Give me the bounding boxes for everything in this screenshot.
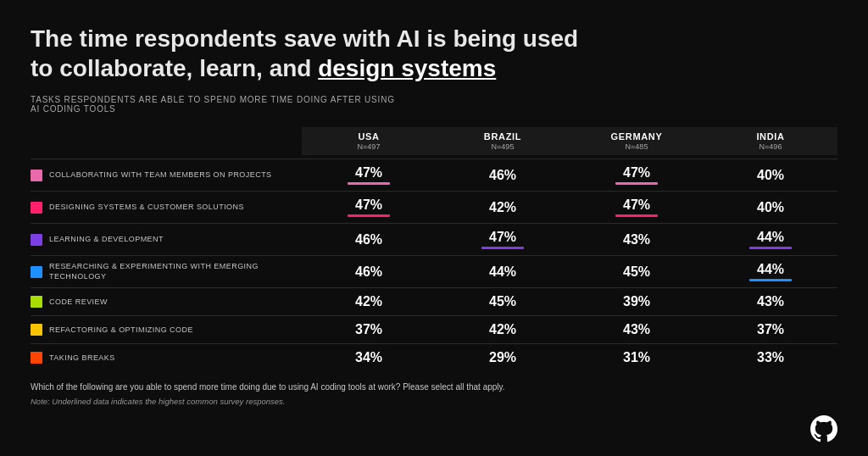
cell-5-1: 42% bbox=[436, 322, 570, 337]
cell-3-1: 44% bbox=[436, 264, 570, 280]
value-3-1: 44% bbox=[436, 264, 570, 280]
cell-4-0: 42% bbox=[302, 294, 436, 309]
cell-0-1: 46% bbox=[436, 168, 570, 183]
cell-5-2: 43% bbox=[570, 322, 704, 337]
value-1-0: 47% bbox=[302, 197, 436, 213]
cell-2-2: 43% bbox=[570, 232, 704, 247]
value-6-0: 34% bbox=[302, 350, 436, 365]
value-2-2: 43% bbox=[570, 232, 704, 247]
value-5-2: 43% bbox=[570, 322, 704, 337]
sample-usa: N=497 bbox=[309, 142, 429, 151]
value-1-3: 40% bbox=[704, 200, 837, 215]
swatch-4 bbox=[31, 296, 42, 308]
value-2-3: 44% bbox=[704, 230, 837, 245]
row-text-2: LEARNING & DEVELOPMENT bbox=[49, 235, 164, 245]
value-3-3: 44% bbox=[704, 262, 837, 277]
swatch-6 bbox=[31, 352, 42, 364]
value-2-0: 46% bbox=[302, 232, 436, 247]
table-row: LEARNING & DEVELOPMENT46%47%43%44% bbox=[31, 223, 837, 255]
cell-0-0: 47% bbox=[302, 165, 436, 185]
value-5-0: 37% bbox=[302, 322, 436, 337]
cell-2-1: 47% bbox=[436, 230, 570, 249]
sample-germany: N=485 bbox=[576, 142, 697, 151]
github-logo bbox=[810, 415, 837, 442]
underline-2-1 bbox=[481, 247, 524, 249]
main-container: The time respondents save with AI is bei… bbox=[0, 0, 868, 456]
table-row: RESEARCHING & EXPERIMENTING WITH EMERGIN… bbox=[31, 255, 837, 287]
cell-1-3: 40% bbox=[704, 200, 837, 215]
swatch-0 bbox=[31, 170, 42, 181]
country-usa: USA bbox=[309, 131, 429, 142]
data-table: USA N=497 BRAZIL N=495 GERMANY N=485 IND… bbox=[31, 127, 837, 371]
subtitle: TASKS RESPONDENTS ARE ABLE TO SPEND MORE… bbox=[31, 95, 837, 114]
row-label-5: REFACTORING & OPTIMIZING CODE bbox=[31, 324, 302, 336]
underline-1-2 bbox=[615, 214, 658, 217]
value-6-1: 29% bbox=[436, 350, 570, 365]
underline-1-0 bbox=[348, 214, 390, 217]
value-0-0: 47% bbox=[302, 165, 436, 181]
value-4-3: 43% bbox=[704, 294, 837, 309]
value-6-2: 31% bbox=[570, 350, 704, 365]
value-5-3: 37% bbox=[704, 322, 837, 337]
table-row: COLLABORATING WITH TEAM MEMBERS ON PROJE… bbox=[31, 158, 837, 191]
headline-part1: The time respondents save with AI is bei… bbox=[31, 25, 578, 81]
cell-3-2: 45% bbox=[570, 264, 704, 280]
table-row: DESIGNING SYSTEMS & CUSTOMER SOLUTIONS47… bbox=[31, 191, 837, 223]
row-label-3: RESEARCHING & EXPERIMENTING WITH EMERGIN… bbox=[31, 262, 302, 281]
footer-note: Note: Underlined data indicates the high… bbox=[31, 397, 837, 406]
cell-6-2: 31% bbox=[570, 350, 704, 365]
value-6-3: 33% bbox=[704, 350, 837, 365]
value-3-2: 45% bbox=[570, 264, 704, 280]
value-0-3: 40% bbox=[704, 168, 837, 183]
cell-6-0: 34% bbox=[302, 350, 436, 365]
value-0-2: 47% bbox=[570, 165, 704, 181]
cell-3-0: 46% bbox=[302, 264, 436, 280]
swatch-1 bbox=[31, 202, 42, 214]
cell-2-0: 46% bbox=[302, 232, 436, 247]
headline-highlight: design systems bbox=[318, 55, 496, 81]
cell-4-3: 43% bbox=[704, 294, 837, 309]
cell-0-3: 40% bbox=[704, 168, 837, 183]
value-3-0: 46% bbox=[302, 264, 436, 280]
country-brazil: BRAZIL bbox=[442, 131, 563, 142]
swatch-2 bbox=[31, 234, 42, 246]
row-text-0: COLLABORATING WITH TEAM MEMBERS ON PROJE… bbox=[49, 170, 272, 181]
cell-5-0: 37% bbox=[302, 322, 436, 337]
table-header: USA N=497 BRAZIL N=495 GERMANY N=485 IND… bbox=[31, 127, 837, 155]
underline-0-0 bbox=[348, 182, 390, 185]
col-header-germany: GERMANY N=485 bbox=[570, 127, 704, 155]
table-body: COLLABORATING WITH TEAM MEMBERS ON PROJE… bbox=[31, 158, 837, 371]
underline-3-3 bbox=[749, 279, 792, 281]
country-germany: GERMANY bbox=[576, 131, 697, 142]
col-header-india: INDIA N=496 bbox=[704, 127, 837, 155]
value-4-0: 42% bbox=[302, 294, 436, 309]
value-1-2: 47% bbox=[570, 197, 704, 213]
value-4-2: 39% bbox=[570, 294, 704, 309]
cell-4-2: 39% bbox=[570, 294, 704, 309]
row-text-5: REFACTORING & OPTIMIZING CODE bbox=[49, 325, 193, 336]
row-label-0: COLLABORATING WITH TEAM MEMBERS ON PROJE… bbox=[31, 170, 302, 181]
cell-5-3: 37% bbox=[704, 322, 837, 337]
cell-6-3: 33% bbox=[704, 350, 837, 365]
cell-1-2: 47% bbox=[570, 197, 704, 217]
value-0-1: 46% bbox=[436, 168, 570, 183]
row-text-1: DESIGNING SYSTEMS & CUSTOMER SOLUTIONS bbox=[49, 203, 244, 213]
value-4-1: 45% bbox=[436, 294, 570, 309]
cell-1-1: 42% bbox=[436, 200, 570, 215]
row-label-4: CODE REVIEW bbox=[31, 296, 302, 308]
value-2-1: 47% bbox=[436, 230, 570, 245]
underline-2-3 bbox=[749, 247, 792, 249]
cell-1-0: 47% bbox=[302, 197, 436, 217]
row-text-4: CODE REVIEW bbox=[49, 298, 108, 308]
cell-2-3: 44% bbox=[704, 230, 837, 249]
cell-0-2: 47% bbox=[570, 165, 704, 185]
country-india: INDIA bbox=[710, 131, 831, 142]
value-1-1: 42% bbox=[436, 200, 570, 215]
col-header-usa: USA N=497 bbox=[302, 127, 436, 155]
row-text-6: TAKING BREAKS bbox=[49, 353, 115, 364]
sample-brazil: N=495 bbox=[442, 142, 563, 151]
row-label-2: LEARNING & DEVELOPMENT bbox=[31, 234, 302, 246]
swatch-3 bbox=[31, 266, 42, 278]
sample-india: N=496 bbox=[710, 142, 831, 151]
headline: The time respondents save with AI is bei… bbox=[31, 24, 607, 83]
